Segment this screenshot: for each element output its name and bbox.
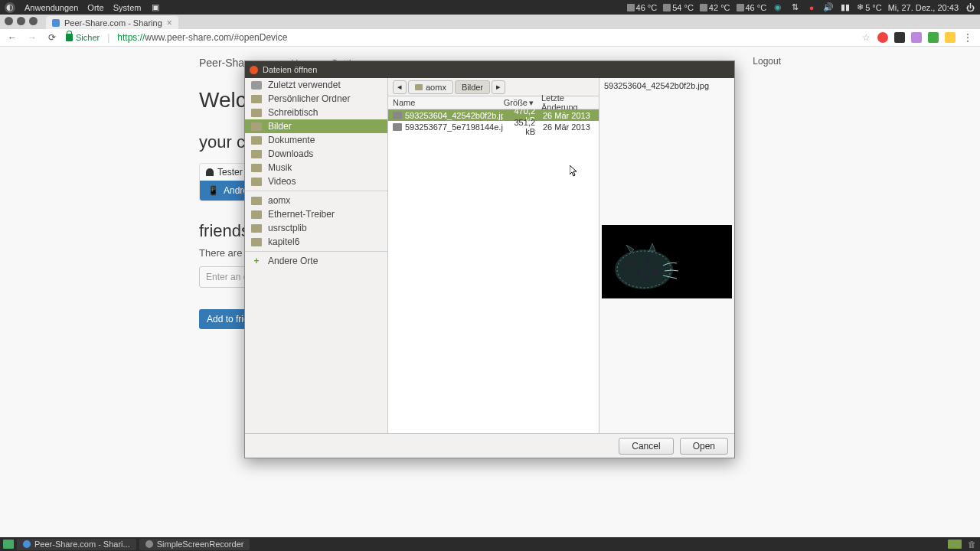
place-bilder[interactable]: Bilder bbox=[245, 119, 387, 133]
bookmark-icon[interactable]: ☆ bbox=[861, 32, 871, 43]
place-downloads[interactable]: Downloads bbox=[245, 147, 387, 161]
sort-desc-icon: ▾ bbox=[529, 98, 534, 108]
ext-mask-icon[interactable] bbox=[894, 32, 905, 43]
crumb-bilder[interactable]: Bilder bbox=[455, 80, 490, 94]
folder-icon bbox=[251, 210, 262, 219]
folder-icon bbox=[251, 238, 262, 246]
favicon-icon bbox=[52, 19, 60, 27]
preview-panel: 593253604_42542b0f2b.jpg bbox=[599, 78, 734, 433]
window-max-icon[interactable] bbox=[29, 17, 38, 25]
forward-button[interactable]: → bbox=[26, 31, 38, 44]
network-icon[interactable]: ⇅ bbox=[789, 2, 800, 13]
col-name[interactable]: Name bbox=[388, 98, 501, 107]
crumb-back-icon[interactable]: ◂ bbox=[393, 80, 407, 94]
leopard-image-icon bbox=[609, 231, 701, 292]
svg-point-4 bbox=[636, 271, 641, 276]
file-list[interactable]: 593253604_42542b0f2b.jpg470,2 kB26 Mär 2… bbox=[388, 109, 599, 433]
temp-sensor-1: 46 °C bbox=[627, 3, 658, 12]
place-dokumente[interactable]: Dokumente bbox=[245, 133, 387, 147]
bookmark-aomx[interactable]: aomx bbox=[245, 194, 387, 207]
place-schreibtisch[interactable]: Schreibtisch bbox=[245, 106, 387, 119]
place-persönlicher-ordner[interactable]: Persönlicher Ordner bbox=[245, 92, 387, 106]
terminal-icon[interactable]: ▣ bbox=[150, 2, 161, 13]
dialog-title: Dateien öffnen bbox=[263, 65, 317, 74]
window-close-icon[interactable] bbox=[5, 17, 13, 25]
places-sidebar: Zuletzt verwendetPersönlicher OrdnerSchr… bbox=[245, 78, 388, 433]
col-size[interactable]: Größe▾ bbox=[501, 98, 537, 108]
folder-icon bbox=[251, 197, 262, 205]
device-owner: Tester bbox=[217, 167, 243, 178]
record-icon[interactable]: ● bbox=[806, 2, 817, 13]
system-panel: ◐ Anwendungen Orte System ▣ 46 °C 54 °C … bbox=[0, 0, 980, 15]
power-icon[interactable]: ⏻ bbox=[965, 2, 975, 13]
file-row[interactable]: 593253604_42542b0f2b.jpg470,2 kB26 Mär 2… bbox=[388, 109, 599, 121]
taskbar: Peer-Share.com - Shari... SimpleScreenRe… bbox=[0, 537, 980, 551]
secure-indicator[interactable]: Sicher bbox=[66, 33, 100, 42]
address-bar: ← → ⟳ Sicher | https://www.peer-share.co… bbox=[0, 29, 980, 47]
dialog-close-icon[interactable] bbox=[250, 66, 258, 74]
folder-icon bbox=[251, 109, 262, 117]
folder-icon bbox=[251, 164, 262, 172]
file-list-header[interactable]: Name Größe▾ Letzte Änderung bbox=[388, 96, 599, 109]
image-file-icon bbox=[393, 112, 402, 119]
browser-tab-strip: Peer-Share.com - Sharing × bbox=[0, 15, 980, 29]
place-musik[interactable]: Musik bbox=[245, 161, 387, 174]
menu-applications[interactable]: Anwendungen bbox=[24, 3, 78, 12]
tab-close-icon[interactable]: × bbox=[167, 18, 172, 28]
image-file-icon bbox=[393, 123, 402, 131]
ubuntu-logo-icon[interactable]: ◐ bbox=[5, 2, 15, 13]
bookmark-kapitel6[interactable]: kapitel6 bbox=[245, 235, 387, 249]
ext-wand-icon[interactable] bbox=[911, 32, 922, 43]
chrome-icon bbox=[23, 540, 31, 548]
svg-point-6 bbox=[627, 274, 631, 278]
temp-sensor-4: 46 °C bbox=[737, 3, 767, 12]
svg-point-7 bbox=[645, 277, 648, 281]
battery-icon: ▮▮ bbox=[840, 2, 851, 13]
crumb-aomx[interactable]: aomx bbox=[408, 80, 453, 94]
lock-icon bbox=[66, 34, 73, 41]
intel-icon: ◉ bbox=[773, 2, 783, 13]
menu-icon[interactable]: ⋮ bbox=[962, 31, 974, 44]
place-videos[interactable]: Videos bbox=[245, 174, 387, 188]
folder-icon bbox=[251, 224, 262, 233]
logout-link[interactable]: Logout bbox=[753, 56, 781, 67]
svg-point-0 bbox=[615, 249, 673, 289]
window-min-icon[interactable] bbox=[17, 17, 25, 25]
dialog-titlebar[interactable]: Dateien öffnen bbox=[245, 61, 734, 78]
folder-icon bbox=[251, 95, 262, 103]
bookmark-ethernet-treiber[interactable]: Ethernet-Treiber bbox=[245, 207, 387, 221]
workspace-switcher-icon[interactable] bbox=[948, 540, 962, 549]
back-button[interactable]: ← bbox=[6, 31, 18, 44]
dialog-footer: Cancel Open bbox=[245, 433, 734, 458]
ext-bolt-icon[interactable] bbox=[945, 32, 956, 43]
ext-opera-icon[interactable] bbox=[877, 32, 888, 43]
ext-tree-icon[interactable] bbox=[928, 32, 939, 43]
trash-icon[interactable]: 🗑 bbox=[966, 539, 977, 549]
preview-image bbox=[602, 225, 732, 298]
menu-places[interactable]: Orte bbox=[87, 3, 103, 12]
taskbar-item-browser[interactable]: Peer-Share.com - Shari... bbox=[17, 539, 136, 550]
clock[interactable]: Mi, 27. Dez., 20:43 bbox=[888, 3, 959, 12]
show-desktop-icon[interactable] bbox=[3, 540, 14, 549]
plus-icon: + bbox=[251, 257, 262, 266]
browser-tab[interactable]: Peer-Share.com - Sharing × bbox=[46, 16, 178, 29]
tab-title: Peer-Share.com - Sharing bbox=[64, 18, 162, 28]
open-button[interactable]: Open bbox=[680, 438, 728, 455]
svg-point-3 bbox=[645, 258, 650, 262]
svg-point-2 bbox=[630, 261, 635, 266]
temp-sensor-2: 54 °C bbox=[663, 3, 694, 12]
recorder-icon bbox=[145, 540, 153, 548]
menu-system[interactable]: System bbox=[113, 3, 142, 12]
taskbar-item-recorder[interactable]: SimpleScreenRecorder bbox=[139, 539, 250, 550]
place-zuletzt-verwendet[interactable]: Zuletzt verwendet bbox=[245, 78, 387, 92]
bookmark-usrsctplib[interactable]: usrsctplib bbox=[245, 221, 387, 235]
weather: ❄ 5 °C bbox=[857, 2, 882, 12]
other-places[interactable]: +Andere Orte bbox=[245, 254, 387, 268]
reload-button[interactable]: ⟳ bbox=[46, 31, 58, 44]
file-row[interactable]: 593253677_5e7198144e.jpg351,2 kB26 Mär 2… bbox=[388, 121, 599, 132]
temp-sensor-3: 42 °C bbox=[700, 3, 730, 12]
cancel-button[interactable]: Cancel bbox=[619, 438, 673, 455]
crumb-fwd-icon[interactable]: ▸ bbox=[492, 80, 505, 94]
volume-icon[interactable]: 🔊 bbox=[823, 2, 834, 13]
url-field[interactable]: https://www.peer-share.com/#openDevice bbox=[117, 32, 287, 43]
